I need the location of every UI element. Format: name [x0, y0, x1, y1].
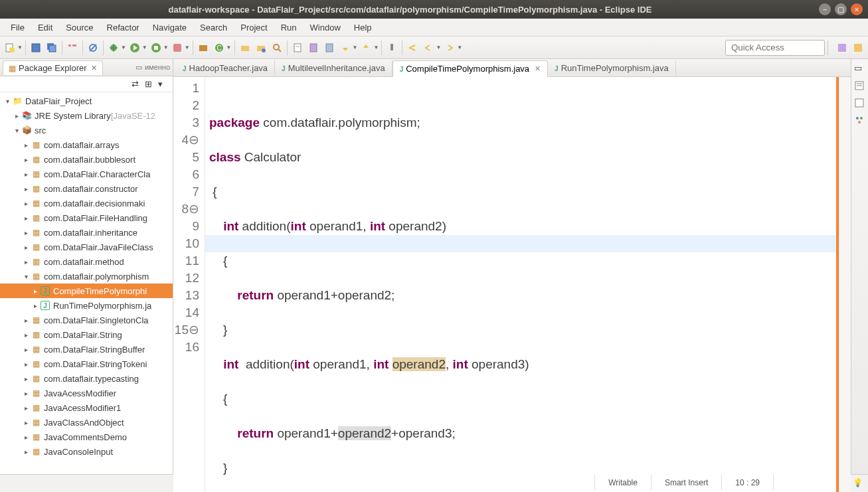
java-file-icon — [555, 63, 559, 73]
save-all-button[interactable] — [44, 41, 59, 55]
package-node[interactable]: ▸com.dataflair.inheritance — [0, 225, 173, 240]
window-maximize-button[interactable]: ▢ — [835, 3, 847, 15]
search-button[interactable] — [270, 41, 284, 55]
open-type-button[interactable] — [238, 41, 252, 55]
package-node[interactable]: ▸com.dataflair.bubblesort — [0, 152, 173, 167]
run-button[interactable] — [128, 41, 142, 55]
dropdown-icon[interactable]: ▼ — [436, 44, 441, 50]
package-icon — [31, 271, 41, 282]
dropdown-icon[interactable]: ▼ — [373, 44, 379, 50]
package-node[interactable]: ▸com.DataFlair.FileHandling — [0, 210, 173, 225]
package-node[interactable]: ▸JavaCommentsDemo — [0, 430, 173, 444]
package-node[interactable]: ▸com.dataflair.typecasting — [0, 371, 173, 386]
new-package-button[interactable] — [196, 41, 211, 55]
jre-library-node[interactable]: ▸JRE System Library [JavaSE-12 — [0, 108, 173, 123]
package-node[interactable]: ▸com.DataFlair.String — [0, 327, 173, 342]
skip-breakpoints-button[interactable] — [86, 41, 100, 55]
toggle-breadcrumb-button[interactable] — [65, 41, 80, 55]
package-node[interactable]: ▸com.DataFlair.CharacterCla — [0, 167, 173, 181]
debug-button[interactable] — [106, 41, 121, 55]
tip-icon[interactable]: 💡 — [853, 478, 868, 487]
editor-tab-multilevel[interactable]: MultilevelInheritance.java — [275, 60, 392, 76]
menu-edit[interactable]: Edit — [31, 20, 59, 35]
menu-help[interactable]: Help — [347, 20, 379, 35]
run-last-button[interactable] — [170, 41, 185, 55]
editor-tab-hadoop[interactable]: HadoopTeacher.java — [176, 60, 275, 76]
package-node[interactable]: ▸JavaConsoleInput — [0, 444, 173, 459]
dropdown-icon[interactable]: ▼ — [17, 44, 23, 50]
menu-window[interactable]: Window — [304, 20, 347, 35]
next-annotation-button[interactable] — [338, 41, 353, 55]
menu-search[interactable]: Search — [193, 20, 234, 35]
tree-view-icon[interactable] — [854, 115, 866, 127]
quick-access-input[interactable] — [725, 40, 825, 56]
svg-rect-20 — [241, 46, 249, 51]
last-edit-button[interactable] — [405, 41, 420, 55]
window-close-button[interactable]: × — [851, 3, 863, 15]
pin-button[interactable] — [385, 41, 399, 55]
menu-navigate[interactable]: Navigate — [146, 20, 193, 35]
open-task-button[interactable] — [254, 41, 268, 55]
collapse-all-icon[interactable]: ⇄ — [131, 79, 142, 90]
dropdown-icon[interactable]: ▼ — [142, 44, 147, 50]
package-node[interactable]: ▸com.DataFlair.StringBuffer — [0, 342, 173, 357]
annotation-button-1[interactable] — [306, 41, 321, 55]
menu-source[interactable]: Source — [59, 20, 100, 35]
dropdown-icon[interactable]: ▼ — [226, 44, 232, 50]
package-node[interactable]: ▸JavaClassAndObject — [0, 415, 173, 430]
editor-tab-run-time[interactable]: RunTimePolymorphism.java — [548, 60, 676, 76]
package-node[interactable]: ▸com.DataFlair.SingletonCla — [0, 313, 173, 327]
java-file-run-time[interactable]: ▸RunTimePolymorphism.ja — [0, 298, 173, 313]
package-tree[interactable]: ▾DataFlair_Project ▸JRE System Library [… — [0, 92, 173, 474]
outline-view-icon[interactable] — [854, 80, 866, 92]
dropdown-icon[interactable]: ▼ — [121, 44, 126, 50]
dropdown-icon[interactable]: ▼ — [163, 44, 169, 50]
code-area[interactable]: package com.dataflair.polymorphism; clas… — [205, 77, 839, 492]
prev-annotation-button[interactable] — [359, 41, 373, 55]
forward-button[interactable] — [442, 41, 457, 55]
menu-file[interactable]: File — [4, 20, 31, 35]
package-icon — [31, 139, 41, 150]
maximize-icon[interactable]: именно — [145, 63, 170, 72]
package-node[interactable]: ▸com.dataflair.arrays — [0, 137, 173, 152]
package-icon — [31, 154, 41, 165]
menu-project[interactable]: Project — [234, 20, 274, 35]
annotation-button-2[interactable] — [322, 41, 337, 55]
dropdown-icon[interactable]: ▼ — [457, 44, 462, 50]
view-menu-icon[interactable]: ▾ — [158, 79, 169, 90]
minimize-icon[interactable]: ▭ — [135, 63, 142, 72]
package-node[interactable]: ▸com.DataFlair.JavaFileClass — [0, 240, 173, 254]
package-node[interactable]: ▸JavaAcessModifier — [0, 386, 173, 400]
close-icon[interactable]: ✕ — [91, 64, 97, 72]
new-class-button[interactable]: C — [212, 41, 226, 55]
close-tab-icon[interactable]: ✕ — [535, 64, 541, 73]
src-folder-node[interactable]: ▾src — [0, 123, 173, 137]
menu-run[interactable]: Run — [274, 20, 304, 35]
open-perspective-button[interactable] — [835, 41, 849, 55]
java-file-compile-time[interactable]: ▸CompileTimePolymorphi — [0, 284, 173, 298]
window-minimize-button[interactable]: – — [819, 3, 831, 15]
package-explorer-tab[interactable]: Package Explorer ✕ — [3, 60, 103, 75]
package-node[interactable]: ▸com.DataFlair.StringTokeni — [0, 357, 173, 371]
link-editor-icon[interactable]: ⊞ — [145, 79, 155, 90]
project-node[interactable]: ▾DataFlair_Project — [0, 94, 173, 108]
menu-refactor[interactable]: Refactor — [100, 20, 146, 35]
package-node[interactable]: ▸com.dataflair.method — [0, 254, 173, 269]
package-node[interactable]: ▸com.dataflair.decisionmaki — [0, 196, 173, 210]
task-list-view-icon[interactable] — [854, 98, 866, 110]
coverage-button[interactable] — [149, 41, 163, 55]
java-perspective-button[interactable] — [851, 41, 865, 55]
package-node[interactable]: ▸JavaAcessModifier1 — [0, 400, 173, 415]
overview-ruler[interactable] — [839, 77, 851, 492]
dropdown-icon[interactable]: ▼ — [353, 44, 358, 50]
toggle-mark-button[interactable] — [290, 41, 305, 55]
back-button[interactable] — [421, 41, 436, 55]
editor-body[interactable]: 1234⊖5678⊖9101112131415⊖16 package com.d… — [173, 77, 851, 492]
editor-tab-compile-time[interactable]: CompileTimePolymorphism.java✕ — [392, 60, 548, 77]
package-node-polymorphism[interactable]: ▾com.dataflair.polymorphism — [0, 269, 173, 284]
dropdown-icon[interactable]: ▼ — [185, 44, 190, 50]
restore-icon[interactable]: ▭ — [854, 63, 866, 75]
package-node[interactable]: ▸com.dataflair.constructor — [0, 181, 173, 196]
new-button[interactable] — [3, 41, 17, 55]
save-button[interactable] — [29, 41, 43, 55]
